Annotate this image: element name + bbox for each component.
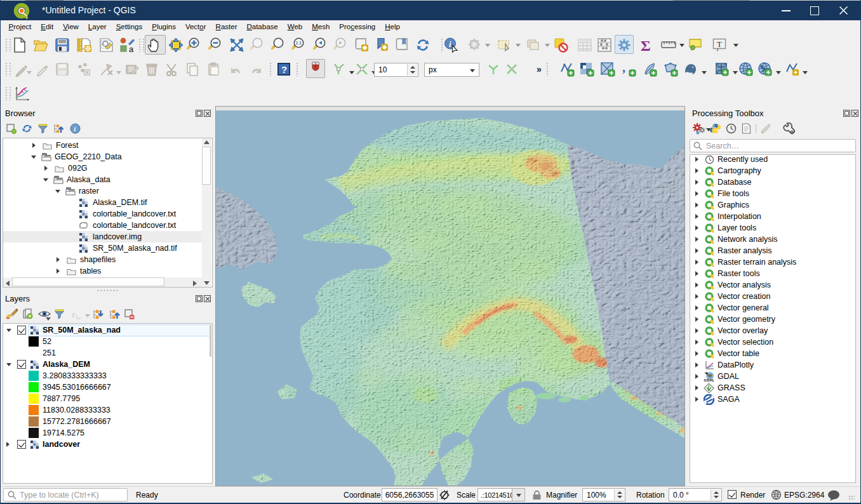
svg-text:a: a	[129, 44, 134, 53]
svg-text:?: ?	[281, 64, 287, 75]
svg-text:GDAL: GDAL	[704, 378, 715, 382]
svg-text:ε: ε	[72, 310, 76, 319]
svg-text:1:1: 1:1	[296, 41, 302, 45]
svg-text:T: T	[717, 39, 722, 49]
svg-text:,: ,	[622, 62, 625, 74]
svg-text:Σ: Σ	[641, 37, 651, 53]
svg-text:i: i	[449, 39, 451, 49]
